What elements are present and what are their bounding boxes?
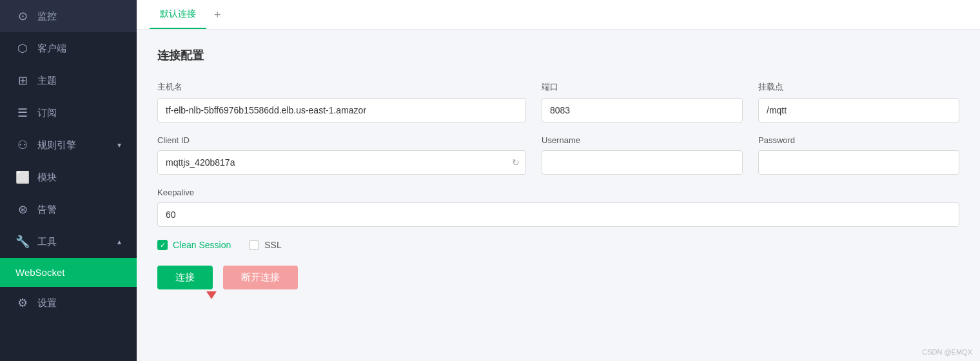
sidebar-item-label: 工具 bbox=[37, 236, 57, 248]
sidebar-item-label: 客户端 bbox=[37, 43, 66, 55]
tab-add-button[interactable]: + bbox=[206, 1, 229, 28]
username-label: Username bbox=[542, 135, 743, 145]
ssl-checkbox[interactable] bbox=[249, 240, 259, 250]
keepalive-group: Keepalive bbox=[157, 188, 959, 227]
username-input[interactable] bbox=[542, 150, 743, 175]
client-id-label: Client ID bbox=[157, 135, 526, 145]
hostname-label: 主机名 bbox=[157, 81, 526, 93]
content-area: 连接配置 主机名 端口 挂载点 Client ID ↻ bbox=[137, 30, 980, 361]
tabs-bar: 默认连接 + bbox=[137, 0, 980, 30]
sidebar-item-topics[interactable]: ⊞ 主题 bbox=[0, 64, 137, 97]
topics-icon: ⊞ bbox=[15, 73, 30, 88]
form-row-2: Client ID ↻ Username Password bbox=[157, 135, 959, 175]
sidebar-item-websocket[interactable]: WebSocket bbox=[0, 258, 137, 287]
chevron-down-icon: ▾ bbox=[117, 141, 121, 150]
port-group: 端口 bbox=[542, 81, 743, 122]
client-id-group: Client ID ↻ bbox=[157, 135, 526, 175]
sidebar-item-label: WebSocket bbox=[15, 267, 64, 278]
rules-icon: ⚇ bbox=[15, 138, 30, 152]
client-id-input[interactable] bbox=[157, 150, 526, 175]
sidebar-item-tools[interactable]: 🔧 工具 ▴ bbox=[0, 226, 137, 258]
button-row: 连接 断开连接 bbox=[157, 266, 959, 289]
connect-button[interactable]: 连接 bbox=[157, 266, 213, 289]
ssl-checkbox-item[interactable]: SSL bbox=[249, 240, 281, 250]
tools-icon: 🔧 bbox=[15, 235, 30, 249]
watermark: CSDN @EMQX bbox=[922, 348, 972, 356]
arrow-down-icon bbox=[206, 291, 217, 299]
sidebar-item-label: 模块 bbox=[37, 171, 57, 184]
sidebar-item-label: 告警 bbox=[37, 204, 57, 216]
password-group: Password bbox=[758, 135, 959, 175]
form-row-1: 主机名 端口 挂载点 bbox=[157, 81, 959, 122]
alerts-icon: ⊛ bbox=[15, 202, 30, 217]
sidebar-item-modules[interactable]: ⬜ 模块 bbox=[0, 161, 137, 193]
sidebar-item-label: 订阅 bbox=[37, 107, 57, 119]
monitor-icon: ⊙ bbox=[15, 9, 30, 23]
form-row-3: Keepalive bbox=[157, 188, 959, 227]
port-label: 端口 bbox=[542, 81, 743, 93]
mount-point-input[interactable] bbox=[758, 98, 959, 122]
port-input[interactable] bbox=[542, 98, 743, 122]
sidebar-item-subscriptions[interactable]: ☰ 订阅 bbox=[0, 97, 137, 129]
chevron-up-icon: ▴ bbox=[117, 237, 121, 246]
sidebar-item-label: 主题 bbox=[37, 75, 57, 87]
section-title: 连接配置 bbox=[157, 48, 959, 63]
sidebar-item-alerts[interactable]: ⊛ 告警 bbox=[0, 193, 137, 226]
sidebar-item-monitor[interactable]: ⊙ 监控 bbox=[0, 0, 137, 32]
mount-point-label: 挂载点 bbox=[758, 81, 959, 93]
tab-default-connection[interactable]: 默认连接 bbox=[150, 1, 206, 29]
password-label: Password bbox=[758, 135, 959, 145]
keepalive-label: Keepalive bbox=[157, 188, 959, 197]
sidebar-item-label: 规则引擎 bbox=[37, 139, 76, 151]
subscriptions-icon: ☰ bbox=[15, 106, 30, 120]
hostname-input[interactable] bbox=[157, 98, 526, 122]
sidebar: ⊙ 监控 ⬡ 客户端 ⊞ 主题 ☰ 订阅 ⚇ 规则引擎 ▾ ⬜ 模块 ⊛ 告警 … bbox=[0, 0, 137, 361]
username-group: Username bbox=[542, 135, 743, 175]
sidebar-item-label: 监控 bbox=[37, 10, 57, 23]
mount-point-group: 挂载点 bbox=[758, 81, 959, 122]
sidebar-item-settings[interactable]: ⚙ 设置 bbox=[0, 287, 137, 319]
sidebar-item-rules[interactable]: ⚇ 规则引擎 ▾ bbox=[0, 129, 137, 161]
hostname-group: 主机名 bbox=[157, 81, 526, 122]
disconnect-button[interactable]: 断开连接 bbox=[223, 266, 298, 289]
ssl-label: SSL bbox=[264, 240, 281, 250]
settings-icon: ⚙ bbox=[15, 296, 30, 310]
refresh-icon[interactable]: ↻ bbox=[512, 157, 520, 168]
clean-session-checkbox[interactable] bbox=[157, 240, 168, 250]
clean-session-checkbox-item[interactable]: Clean Session bbox=[157, 240, 231, 250]
sidebar-item-clients[interactable]: ⬡ 客户端 bbox=[0, 32, 137, 64]
client-id-input-wrapper: ↻ bbox=[157, 150, 526, 175]
keepalive-input[interactable] bbox=[157, 202, 959, 227]
clean-session-label: Clean Session bbox=[173, 240, 231, 250]
modules-icon: ⬜ bbox=[15, 170, 30, 184]
clients-icon: ⬡ bbox=[15, 41, 30, 55]
password-input[interactable] bbox=[758, 150, 959, 175]
checkbox-row: Clean Session SSL bbox=[157, 240, 959, 250]
sidebar-item-label: 设置 bbox=[37, 297, 57, 309]
main-content: 默认连接 + 连接配置 主机名 端口 挂载点 Client bbox=[137, 0, 980, 361]
